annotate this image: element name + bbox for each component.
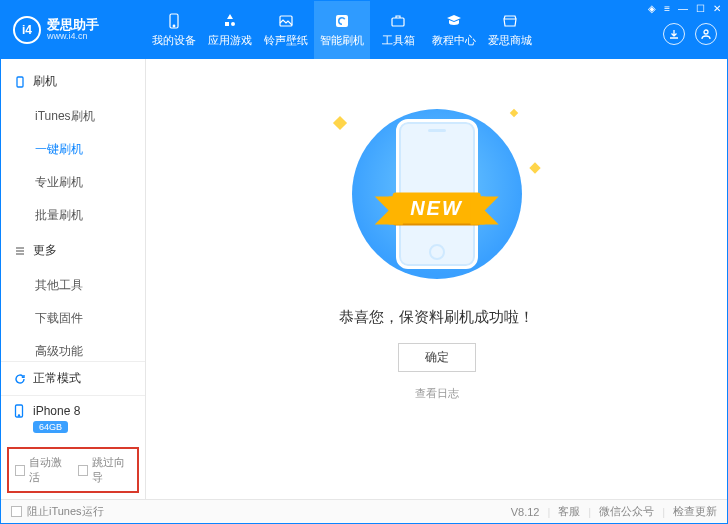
success-illustration: NEW [327,104,547,284]
sidebar-item-download-firmware[interactable]: 下载固件 [1,304,145,333]
svg-point-5 [704,30,708,34]
sidebar-mode[interactable]: 正常模式 [1,361,145,395]
sidebar-item-pro-flash[interactable]: 专业刷机 [1,168,145,197]
menu-lines-icon [13,244,27,258]
nav-ringtone[interactable]: 铃声壁纸 [258,1,314,59]
new-ribbon: NEW [392,193,481,224]
check-skip-guide[interactable]: 跳过向导 [78,455,131,485]
user-button[interactable] [695,23,717,45]
checkbox-icon [11,506,22,517]
image-icon [277,12,295,30]
wechat-link[interactable]: 微信公众号 [599,504,654,519]
nav-mydevice[interactable]: 我的设备 [146,1,202,59]
nav-apps[interactable]: 应用游戏 [202,1,258,59]
check-auto-activate[interactable]: 自动激活 [15,455,68,485]
version-label: V8.12 [511,506,540,518]
sidebar-item-itunes-flash[interactable]: iTunes刷机 [1,102,145,131]
graduation-icon [445,12,463,30]
storage-badge: 64GB [33,421,68,433]
nav-store[interactable]: 爱思商城 [482,1,538,59]
nav-tutorial[interactable]: 教程中心 [426,1,482,59]
sidebar-section-more[interactable]: 更多 [1,234,145,267]
ok-button[interactable]: 确定 [398,343,476,372]
phone-icon [165,12,183,30]
nav-toolbox[interactable]: 工具箱 [370,1,426,59]
checkbox-icon [15,465,25,476]
sidebar-section-flash[interactable]: 刷机 [1,65,145,98]
toolbox-icon [389,12,407,30]
sidebar-item-advanced[interactable]: 高级功能 [1,337,145,357]
check-block-itunes[interactable]: 阻止iTunes运行 [11,504,104,519]
phone-outline-icon [13,75,27,89]
nav-flash[interactable]: 智能刷机 [314,1,370,59]
svg-point-1 [173,25,175,27]
refresh-small-icon [13,372,27,386]
apps-icon [221,12,239,30]
checkbox-icon [78,465,88,476]
support-link[interactable]: 客服 [558,504,580,519]
sidebar-item-batch-flash[interactable]: 批量刷机 [1,201,145,230]
sidebar-checks-highlight: 自动激活 跳过向导 [7,447,139,493]
menu-icon[interactable]: ≡ [664,3,670,14]
main-content: NEW 恭喜您，保资料刷机成功啦！ 确定 查看日志 [146,59,727,499]
maximize-icon[interactable]: ☐ [696,3,705,14]
titlebar: i4 爱思助手 www.i4.cn 我的设备 应用游戏 铃声壁纸 智能刷机 工具… [1,1,727,59]
top-nav: 我的设备 应用游戏 铃声壁纸 智能刷机 工具箱 教程中心 爱思商城 [146,1,727,59]
close-icon[interactable]: ✕ [713,3,721,14]
svg-rect-6 [17,77,23,87]
brand: i4 爱思助手 www.i4.cn [1,1,146,59]
view-log-link[interactable]: 查看日志 [415,386,459,401]
window-controls: ◈ ≡ — ☐ ✕ [648,3,721,14]
brand-name: 爱思助手 [47,18,99,32]
check-update-link[interactable]: 检查更新 [673,504,717,519]
success-message: 恭喜您，保资料刷机成功啦！ [339,308,534,327]
sidebar: 刷机 iTunes刷机 一键刷机 专业刷机 批量刷机 更多 其他工具 下载固件 … [1,59,146,499]
statusbar: 阻止iTunes运行 V8.12 | 客服 | 微信公众号 | 检查更新 [1,499,727,523]
store-icon [501,12,519,30]
svg-point-8 [18,415,19,416]
device-name: iPhone 8 [33,404,80,418]
sidebar-device[interactable]: iPhone 8 64GB [1,395,145,441]
sidebar-item-oneclick-flash[interactable]: 一键刷机 [1,135,145,164]
brand-logo: i4 [13,16,41,44]
refresh-icon [333,12,351,30]
device-icon [13,404,27,421]
svg-rect-3 [336,15,348,27]
download-button[interactable] [663,23,685,45]
minimize-icon[interactable]: — [678,3,688,14]
sidebar-item-other-tools[interactable]: 其他工具 [1,271,145,300]
skin-icon[interactable]: ◈ [648,3,656,14]
brand-site: www.i4.cn [47,32,99,42]
svg-rect-4 [392,18,404,26]
